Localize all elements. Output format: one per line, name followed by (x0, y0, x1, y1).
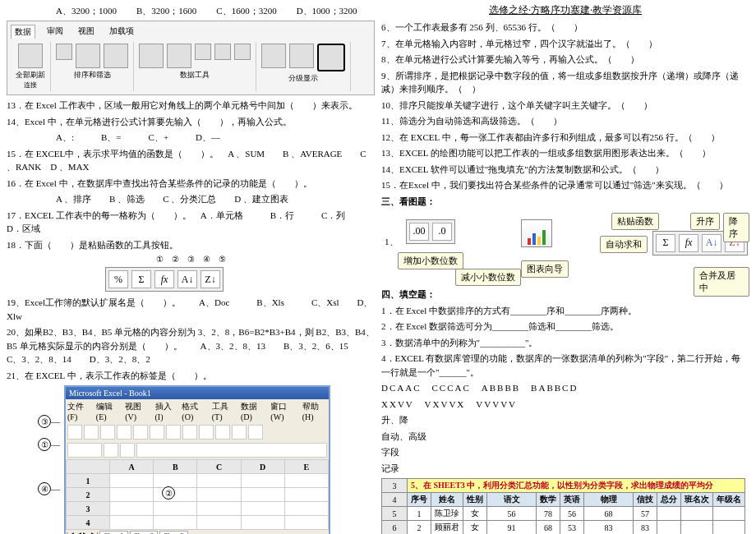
q14: 14、Excel 中，在单元格进行公式计算要先输入（ ），再输入公式。 (7, 115, 375, 129)
dedup-icon (167, 44, 191, 68)
answers-6: 记录 (381, 462, 749, 476)
sort-icon (76, 44, 100, 68)
dec-dec-icon: .0 (432, 223, 452, 241)
r14: 14、EXCEL 软件可以通过"拖曳填充"的方法复制数据和公式。（ ） (381, 163, 749, 177)
pointer-3: ③ (38, 415, 51, 428)
whatif-icon (234, 44, 251, 60)
pointer-1: ① (38, 438, 51, 451)
opt-a: A、3200；1000 (56, 5, 117, 17)
doc-title: 选修之经·方略序功塞建·教学资源库 (381, 3, 749, 17)
r15: 15．在Excel 中，我们要找出符合某些条件的记录通常可以通过"筛选"来实现。… (381, 178, 749, 192)
merge-icon (214, 44, 231, 60)
tab-view: 视图 (75, 25, 98, 39)
titlebar: Microsoft Excel - Book1 (66, 387, 329, 399)
scores-table: 35、在 SHEET3 中，利用分类汇总功能，以性别为分类字段，求出物理成绩的平… (381, 478, 745, 534)
answers-1: DCAAC CCCAC ABBBB BABBCD (381, 381, 749, 395)
opt-d: D、1000；3200 (297, 5, 357, 17)
callout-paste: 粘贴函数 (611, 213, 659, 230)
split-icon (139, 44, 164, 68)
worksheet-grid: ABCDE 1 2② 3 4 (66, 459, 329, 530)
r8: 8、在单元格进行公式计算要先输入等号，再输入公式。（ ） (381, 53, 749, 67)
callout-sum: 自动求和 (600, 236, 648, 253)
callout-merge: 合并及居中 (694, 267, 749, 297)
menubar: 文件(F)编辑(E)视图(V)插入(I)格式(O)工具(T)数据(D)窗口(W)… (66, 399, 329, 423)
q19: 19、Excel工作簿的默认扩展名是（ ）。 A、Doc B、Xls C、Xsl… (7, 296, 375, 323)
f4: 4．EXCEL 有数据库管理的功能，数据库的一张数据清单的列称为"字段"，第二行… (381, 352, 749, 379)
f1: 1．在 Excel 中数据排序的方式有________序和________序两种… (381, 304, 749, 318)
r10: 10、排序只能按单关键字进行，这个单关键字叫主关键字。（ ） (381, 99, 749, 113)
answers-3: 升、降 (381, 413, 749, 427)
r7: 7、在单元格输入内容时，单元格过窄，四个汉字就溢出了。（ ） (381, 37, 749, 51)
answers-2: XXVV VXVVX VVVVV (381, 398, 749, 412)
q15: 15．在 EXCEL中，表示求平均值的函数是（ ）。 A 、SUM B 、AVE… (7, 147, 375, 174)
answers-5: 字段 (381, 445, 749, 459)
f3: 3．数据清单中的列称为"__________"。 (381, 336, 749, 350)
subtotal-icon (317, 44, 345, 71)
group-tools: 数据工具 (134, 42, 256, 91)
group-icon (261, 44, 286, 68)
excel-window: Microsoft Excel - Book1 文件(F)编辑(E)视图(V)插… (64, 385, 330, 534)
q17: 17．EXCEL 工作表中的每一格称为（ ）。 A．单元格 B．行 C．列 D．… (7, 209, 375, 236)
section-3: 三、看图题： (381, 196, 749, 208)
excel-ribbon: 数据 审阅 视图 加载项 全部刷新 连接 排序和筛选 (7, 21, 375, 95)
sort-asc-icon (56, 44, 72, 60)
group-sort: 排序和筛选 (51, 42, 134, 91)
sort-asc-icon: A↓ (177, 270, 197, 288)
opt-c: C、1600；3200 (216, 5, 276, 17)
asc-icon: A↓ (702, 234, 721, 252)
q20: 20、如果B2、B3、B4、B5 单元格的内容分别为 3、2、8，B6=B2*B… (7, 325, 375, 366)
sheet-tabs: |◀ ◀ ▶ ▶| Sheet1Sheet2Sheet3 (66, 530, 329, 534)
tab-addin: 加载项 (106, 25, 137, 39)
tab-review: 审阅 (44, 25, 67, 39)
sigma-icon: Σ (131, 270, 151, 288)
q16-opts: A 、排序 B 、筛选 C 、分类汇总 D 、建立图表 (56, 192, 375, 206)
sort-desc-icon: Z↓ (201, 270, 220, 288)
f2: 2．在 Excel 数据筛选可分为________筛选和________筛选。 (381, 320, 749, 334)
group-outline: 分级显示 (256, 42, 351, 91)
callout-inc: 增加小数位数 (398, 252, 463, 269)
fx-icon: fx (679, 234, 698, 252)
fx-icon: fx (154, 270, 174, 288)
filter-icon (104, 44, 128, 68)
opt-b: B、3200；1600 (136, 5, 196, 17)
r12: 12、在 EXCEL 中，每一张工作表都由许多行和列组成，最多可以有256 行。… (381, 131, 749, 145)
r6: 6、一个工作表最多有 256 列、65536 行。（ ） (381, 21, 749, 35)
pointer-4: ④ (38, 482, 51, 495)
callout-diagram: 1、 .00.0 增加小数位数 减小小数位数 图表向导 粘贴函数 自动求和 Σf… (381, 211, 749, 285)
group-connections: 全部刷新 连接 (11, 42, 51, 91)
callout-chart: 图表向导 (521, 260, 569, 278)
callout-asc: 升序 (690, 213, 720, 230)
refresh-icon (18, 44, 43, 68)
q18: 18．下面（ ）是粘贴函数的工具按钮。 (7, 238, 375, 252)
q14-opts: A、: B、= C、+ D、— (56, 131, 375, 145)
callout-dec: 减小小数位数 (455, 269, 521, 286)
sigma-icon: Σ (656, 234, 675, 252)
r11: 11、筛选分为自动筛选和高级筛选。（ ） (381, 114, 749, 128)
chart-wizard-icon (521, 219, 552, 247)
q16: 16．在 Excel 中，在数据库中查找出符合某些条件的记录的功能是（ ）。 (7, 177, 375, 191)
toolbar-image: % Σ fx A↓ Z↓ (105, 267, 224, 292)
q21: 21、在 EXCEL 中，表示工作表的标签是（ ）。 (7, 369, 375, 383)
q13: 13．在 Excel 工作表中，区域一般用它对角线上的两个单元格号中间加（ ）来… (7, 99, 375, 113)
r13: 13、EXCEL 的绘图功能可以把工作表的一组或多组数据用图形表达出来。（ ） (381, 146, 749, 160)
valid-icon (195, 44, 211, 60)
r9: 9、所谓排序，是把根据记录中数字段的值，将一组或多组数据按升序（递增）或降序（递… (381, 69, 749, 96)
answers-4: 自动、高级 (381, 430, 749, 444)
percent-icon: % (108, 270, 128, 288)
ungroup-icon (289, 44, 314, 68)
tab-data: 数据 (11, 25, 35, 39)
inc-dec-icon: .00 (409, 223, 429, 241)
callout-desc: 降序 (723, 213, 749, 242)
